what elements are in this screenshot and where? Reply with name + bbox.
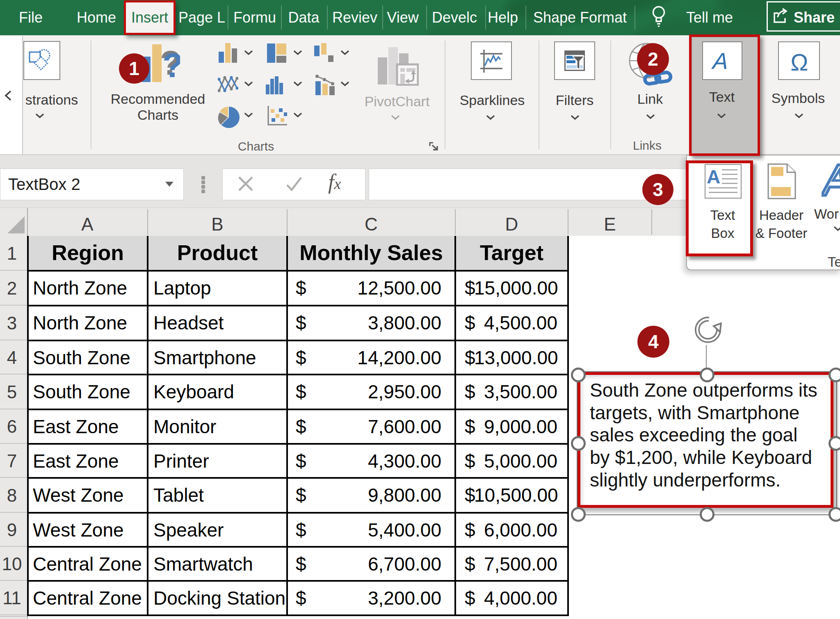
svg-text:?: ? [162, 46, 180, 83]
